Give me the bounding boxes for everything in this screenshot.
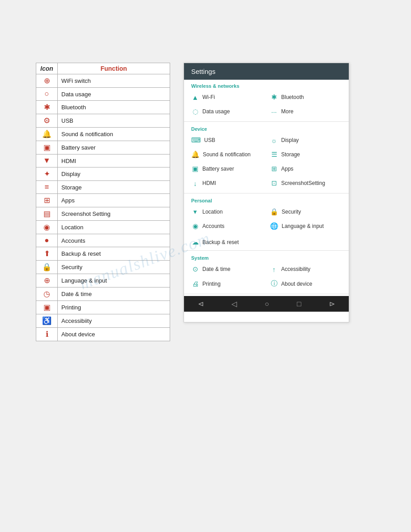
settings-item-accounts[interactable]: ◉Accounts <box>188 219 266 233</box>
col-icon-header: Icon <box>36 63 58 74</box>
settings-panel: Settings Wireless & networks▲Wi-Fi✱Bluet… <box>184 63 349 322</box>
table-row: ⊕Language & input <box>36 274 170 287</box>
table-row: ℹAbout device <box>36 328 170 341</box>
icon-about: ℹ <box>36 328 58 341</box>
nav-volume-down[interactable]: ⊲ <box>198 300 204 308</box>
hdmi-icon: ▼ <box>43 156 51 165</box>
settings-item-wi-fi[interactable]: ▲Wi-Fi <box>188 90 266 104</box>
function-usb: USB <box>58 114 170 128</box>
settings-item-wide-backup-&-reset[interactable]: ☁Backup & reset <box>184 235 349 249</box>
nav-recents[interactable]: □ <box>297 300 301 308</box>
col-function-header: Function <box>58 63 170 74</box>
display-icon: ☼ <box>270 137 278 144</box>
icon-bell: 🔔 <box>36 128 58 141</box>
screenshot-icon: ▤ <box>43 210 51 218</box>
security-icon: 🔒 <box>270 208 278 216</box>
settings-item-label: HDMI <box>202 180 216 186</box>
security-icon: 🔒 <box>42 263 51 271</box>
function-security: Security <box>58 261 170 274</box>
nav-back[interactable]: ◁ <box>231 300 237 308</box>
settings-item-usb[interactable]: ⌨USB <box>188 133 266 147</box>
table-row: ⚙USB <box>36 114 170 128</box>
display-icon: ✦ <box>44 170 50 178</box>
function-printing: Printing <box>58 301 170 314</box>
settings-item-label: Backup & reset <box>202 239 239 245</box>
battery-icon: ▣ <box>191 165 199 173</box>
icon-printing: ▣ <box>36 301 58 314</box>
settings-item-location[interactable]: ▾Location <box>188 205 266 219</box>
function-bluetooth: Bluetooth <box>58 101 170 114</box>
function-accounts: Accounts <box>58 234 170 247</box>
settings-item-label: Accessibility <box>281 266 310 272</box>
screenshot-icon: ⊡ <box>270 179 278 187</box>
settings-item-about-device[interactable]: ⓘAbout device <box>266 276 345 291</box>
settings-item-security[interactable]: 🔒Security <box>266 205 345 219</box>
settings-item-more[interactable]: ···More <box>266 104 345 119</box>
storage-icon: ☰ <box>270 150 278 159</box>
settings-item-printing[interactable]: 🖨Printing <box>188 276 266 291</box>
settings-grid: ▲Wi-Fi✱Bluetooth◌Data usage···More <box>184 90 349 120</box>
settings-item-battery-saver[interactable]: ▣Battery saver <box>188 162 266 176</box>
about-icon: ⓘ <box>270 279 278 288</box>
icon-hdmi: ▼ <box>36 154 58 167</box>
table-row: 🔔Sound & notification <box>36 128 170 141</box>
table-row: ●Accounts <box>36 234 170 247</box>
data-icon: ◌ <box>191 107 199 116</box>
table-row: ○Data usage <box>36 88 170 101</box>
icon-security: 🔒 <box>36 261 58 274</box>
accounts-icon: ● <box>44 236 49 245</box>
settings-item-language-&-input[interactable]: 🌐Language & input <box>266 219 345 233</box>
icon-language: ⊕ <box>36 274 58 287</box>
more-icon: ··· <box>270 108 278 116</box>
settings-item-apps[interactable]: ⊞Apps <box>266 162 345 176</box>
settings-item-sound-&-notification[interactable]: 🔔Sound & notification <box>188 147 266 162</box>
icon-location: ◉ <box>36 221 58 234</box>
table-row: ✦Display <box>36 167 170 181</box>
location-icon: ▾ <box>191 208 199 216</box>
about-icon: ℹ <box>46 330 48 339</box>
function-apps: Apps <box>58 194 170 207</box>
nav-volume-up[interactable]: ⊳ <box>329 300 335 308</box>
settings-item-accessibility[interactable]: ↑Accessibility <box>266 262 345 276</box>
bluetooth-icon: ✱ <box>44 103 50 112</box>
navigation-bar: ⊲ ◁ ○ □ ⊳ <box>184 296 349 312</box>
apps-icon: ⊞ <box>270 165 278 173</box>
table-row: ⬆Backup & reset <box>36 247 170 261</box>
datetime-icon: ⊙ <box>191 265 199 273</box>
settings-item-hdmi[interactable]: ↓HDMI <box>188 176 266 190</box>
icon-backup: ⬆ <box>36 247 58 261</box>
settings-item-date-&-time[interactable]: ⊙Date & time <box>188 262 266 276</box>
settings-item-label: Date & time <box>202 266 231 272</box>
function-hdmi: HDMI <box>58 154 170 167</box>
function-backup: Backup & reset <box>58 247 170 261</box>
sound-icon: 🔔 <box>191 150 200 159</box>
settings-item-label: Apps <box>281 166 293 172</box>
backup-icon: ☁ <box>191 238 199 246</box>
section-divider <box>184 294 349 294</box>
settings-item-label: Language & input <box>282 223 324 229</box>
accessibility-icon: ↑ <box>270 266 278 273</box>
storage-icon: ≡ <box>45 183 49 191</box>
settings-item-data-usage[interactable]: ◌Data usage <box>188 104 266 119</box>
location-icon: ◉ <box>43 223 50 232</box>
settings-item-display[interactable]: ☼Display <box>266 133 345 147</box>
settings-item-label: About device <box>281 281 312 287</box>
accounts-icon: ◉ <box>191 222 199 230</box>
icon-display: ✦ <box>36 167 58 181</box>
table-row: ◷Date & time <box>36 287 170 301</box>
icon-wifi: ⊕ <box>36 74 58 88</box>
icon-usb: ⚙ <box>36 114 58 128</box>
usb-icon: ⌨ <box>191 136 201 144</box>
section-divider <box>184 193 349 193</box>
settings-item-storage[interactable]: ☰Storage <box>266 147 345 162</box>
nav-home[interactable]: ○ <box>265 300 269 308</box>
function-battery: Battery saver <box>58 141 170 154</box>
settings-item-screenshotsetting[interactable]: ⊡ScreenshotSetting <box>266 176 345 190</box>
printing-icon: ▣ <box>43 303 51 312</box>
language-icon: 🌐 <box>270 222 278 230</box>
table-row: ▣Battery saver <box>36 141 170 154</box>
settings-item-bluetooth[interactable]: ✱Bluetooth <box>266 90 345 104</box>
table-row: ◉Location <box>36 221 170 234</box>
accessibility-icon: ♿ <box>42 317 51 325</box>
backup-icon: ⬆ <box>44 249 50 258</box>
